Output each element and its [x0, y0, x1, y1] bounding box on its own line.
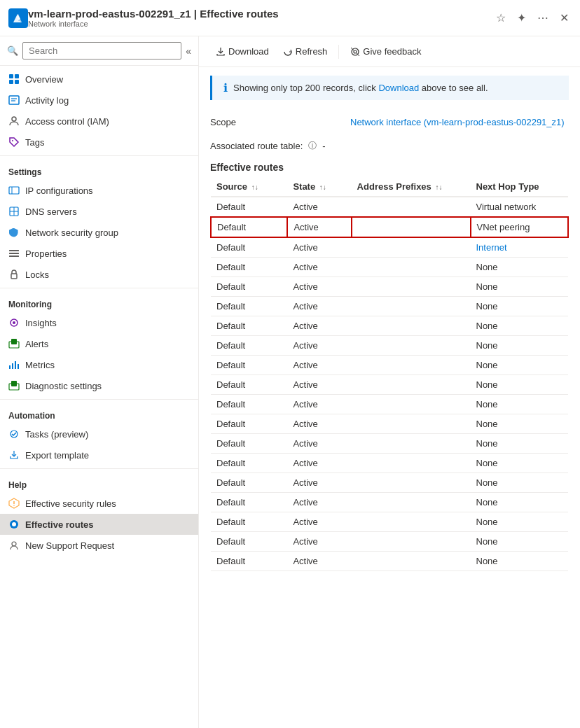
col-header-state: State ↑↓: [287, 177, 351, 197]
cell-state: Active: [287, 197, 351, 217]
sidebar-item-label: Overview: [25, 74, 63, 85]
cell-state: Active: [287, 356, 351, 375]
sidebar-item-effective-routes[interactable]: Effective routes: [0, 514, 198, 535]
search-input[interactable]: [22, 42, 181, 59]
svg-rect-10: [9, 187, 19, 194]
table-row[interactable]: DefaultActiveNone: [211, 454, 568, 473]
table-row[interactable]: DefaultActiveNone: [211, 434, 568, 454]
automation-section-header: Automation: [0, 402, 198, 424]
sidebar-item-tasks-preview[interactable]: Tasks (preview): [0, 424, 198, 444]
settings-divider: [0, 155, 198, 156]
automation-divider: [0, 399, 198, 400]
sidebar-item-tags[interactable]: Tags: [0, 132, 198, 153]
diagnostic-icon: [8, 380, 20, 391]
table-row[interactable]: DefaultActiveNone: [211, 316, 568, 336]
table-row[interactable]: DefaultActiveNone: [211, 473, 568, 493]
cell-source: Default: [211, 395, 287, 414]
sidebar-item-alerts[interactable]: Alerts: [0, 333, 198, 354]
help-section-header: Help: [0, 472, 198, 493]
monitoring-divider: [0, 288, 198, 288]
page-header: vm-learn-prod-eastus-002291_z1 | Effecti…: [0, 0, 580, 36]
table-row[interactable]: DefaultActiveNone: [211, 493, 568, 512]
cell-state: Active: [287, 454, 351, 473]
table-row[interactable]: DefaultActiveNone: [211, 552, 568, 571]
cell-address-prefixes: [352, 454, 471, 473]
sidebar-item-access-control[interactable]: Access control (IAM): [0, 111, 198, 132]
cell-source: Default: [211, 512, 287, 532]
cell-source: Default: [211, 217, 287, 237]
sidebar-item-properties[interactable]: Properties: [0, 243, 198, 264]
table-row[interactable]: DefaultActiveVNet peering: [211, 217, 568, 237]
svg-point-33: [13, 505, 15, 506]
sidebar-item-export-template[interactable]: Export template: [0, 444, 198, 465]
sidebar-item-label: Effective routes: [25, 519, 94, 530]
table-row[interactable]: DefaultActiveVirtual network: [211, 197, 568, 217]
locks-icon: [8, 269, 20, 280]
cell-address-prefixes: [352, 237, 471, 258]
table-row[interactable]: DefaultActiveInternet: [211, 237, 568, 258]
sidebar-item-ip-configurations[interactable]: IP configurations: [0, 180, 198, 201]
pin-button[interactable]: ☆: [493, 8, 509, 27]
sort-address-icon[interactable]: ↑↓: [435, 183, 442, 191]
feedback-button[interactable]: Give feedback: [345, 43, 427, 59]
download-button[interactable]: Download: [210, 43, 275, 59]
svg-rect-22: [11, 339, 17, 344]
cell-next-hop-type: None: [471, 395, 569, 414]
close-button[interactable]: ✕: [557, 8, 572, 27]
tasks-icon: [8, 428, 20, 440]
sort-state-icon[interactable]: ↑↓: [319, 183, 326, 191]
col-header-next-hop-type: Next Hop Type: [471, 177, 569, 197]
sidebar-item-insights[interactable]: Insights: [0, 312, 198, 333]
table-row[interactable]: DefaultActiveNone: [211, 532, 568, 552]
sidebar-item-effective-security-rules[interactable]: Effective security rules: [0, 493, 198, 514]
sidebar-item-label: Insights: [25, 318, 57, 328]
more-button[interactable]: ⋯: [534, 8, 551, 27]
cell-next-hop-type: None: [471, 552, 569, 571]
support-icon: [8, 540, 20, 551]
alerts-icon: [8, 338, 20, 349]
cell-address-prefixes: [352, 356, 471, 375]
properties-icon: [8, 248, 20, 259]
cell-state: Active: [287, 493, 351, 512]
table-row[interactable]: DefaultActiveNone: [211, 258, 568, 277]
table-row[interactable]: DefaultActiveNone: [211, 414, 568, 434]
svg-rect-24: [12, 363, 13, 369]
main-layout: 🔍 « Overview Activity log: [0, 36, 580, 728]
table-row[interactable]: DefaultActiveNone: [211, 356, 568, 375]
sidebar-item-locks[interactable]: Locks: [0, 264, 198, 285]
svg-rect-26: [18, 364, 19, 369]
sidebar-item-metrics[interactable]: Metrics: [0, 354, 198, 375]
content-area: Download Refresh Give feedback ℹ Showing…: [199, 36, 580, 728]
sidebar-item-diagnostic-settings[interactable]: Diagnostic settings: [0, 375, 198, 396]
cell-address-prefixes: [352, 375, 471, 395]
sidebar-item-network-security-group[interactable]: Network security group: [0, 222, 198, 243]
table-row[interactable]: DefaultActiveNone: [211, 297, 568, 316]
cell-state: Active: [287, 277, 351, 297]
collapse-sidebar-button[interactable]: «: [186, 46, 191, 57]
sidebar-item-overview[interactable]: Overview: [0, 69, 198, 90]
table-row[interactable]: DefaultActiveNone: [211, 375, 568, 395]
sort-source-icon[interactable]: ↑↓: [251, 183, 258, 191]
favorite-button[interactable]: ✦: [514, 8, 529, 27]
cell-state: Active: [287, 297, 351, 316]
cell-next-hop-type: None: [471, 512, 569, 532]
cell-address-prefixes: [352, 277, 471, 297]
sidebar-item-label: Metrics: [25, 360, 55, 370]
help-icon[interactable]: ⓘ: [308, 140, 317, 152]
table-row[interactable]: DefaultActiveNone: [211, 512, 568, 532]
cell-source: Default: [211, 454, 287, 473]
sidebar-item-new-support-request[interactable]: New Support Request: [0, 535, 198, 556]
table-row[interactable]: DefaultActiveNone: [211, 336, 568, 356]
cell-state: Active: [287, 552, 351, 571]
table-row[interactable]: DefaultActiveNone: [211, 277, 568, 297]
download-link[interactable]: Download: [378, 83, 419, 93]
sidebar-item-activity-log[interactable]: Activity log: [0, 90, 198, 111]
sidebar-item-dns-servers[interactable]: DNS servers: [0, 201, 198, 222]
table-row[interactable]: DefaultActiveNone: [211, 395, 568, 414]
scope-value: Network interface (vm-learn-prod-eastus-…: [350, 117, 565, 127]
refresh-button[interactable]: Refresh: [277, 43, 333, 59]
monitoring-section-header: Monitoring: [0, 291, 198, 312]
svg-rect-5: [9, 96, 19, 104]
activity-log-icon: [8, 94, 20, 106]
svg-rect-4: [15, 80, 19, 84]
